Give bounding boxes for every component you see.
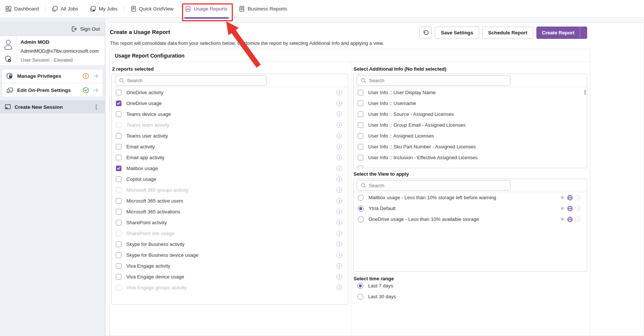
scrollbar-thumb[interactable] bbox=[584, 90, 586, 95]
arrow-right-icon[interactable] bbox=[93, 87, 99, 93]
report-row[interactable]: Email app activityi bbox=[112, 152, 348, 163]
checkbox[interactable] bbox=[116, 209, 121, 215]
radio-button[interactable] bbox=[358, 216, 364, 222]
session-options-kebab-icon[interactable]: ⋮ bbox=[92, 104, 100, 110]
star-icon[interactable]: ★ bbox=[560, 216, 565, 222]
info-icon[interactable]: i bbox=[336, 220, 342, 225]
report-row[interactable]: Copilot usagei bbox=[112, 174, 348, 185]
checkbox[interactable] bbox=[116, 101, 121, 106]
additional-info-search[interactable] bbox=[357, 75, 511, 86]
reports-search[interactable] bbox=[115, 75, 267, 86]
checkbox[interactable] bbox=[116, 187, 121, 193]
additional-info-row[interactable]: User Info :: Assigned Licenses bbox=[354, 130, 587, 141]
report-row[interactable]: Microsoft 365 activationsi bbox=[112, 206, 348, 217]
checkbox[interactable] bbox=[116, 220, 121, 225]
info-icon[interactable]: i bbox=[336, 144, 342, 149]
checkbox[interactable] bbox=[116, 285, 121, 290]
globe-icon[interactable] bbox=[567, 206, 573, 212]
checkbox[interactable] bbox=[358, 122, 363, 128]
report-row[interactable]: SharePoint activityi bbox=[112, 217, 348, 228]
create-report-split-segment[interactable] bbox=[580, 27, 587, 38]
info-icon[interactable]: i bbox=[336, 263, 342, 269]
info-icon[interactable]: i bbox=[336, 90, 342, 95]
report-row[interactable]: Viva Engage groups activityi bbox=[112, 282, 348, 293]
checkbox[interactable] bbox=[116, 166, 121, 171]
additional-info-row[interactable] bbox=[354, 163, 587, 168]
nav-tab-quick-gridview[interactable]: Quick GridView bbox=[130, 0, 174, 18]
report-row[interactable]: Teams user activityi bbox=[112, 130, 348, 141]
checkbox[interactable] bbox=[116, 122, 121, 128]
report-row[interactable]: Viva Engage activityi bbox=[112, 261, 348, 271]
report-row[interactable]: SharePoint site usagei bbox=[112, 228, 348, 239]
additional-info-row[interactable]: User Info :: Username bbox=[354, 98, 587, 109]
info-icon[interactable]: i bbox=[336, 198, 342, 204]
report-row[interactable]: Teams team activityi bbox=[112, 120, 348, 130]
checkbox[interactable] bbox=[358, 144, 363, 149]
save-settings-button[interactable]: Save Settings bbox=[435, 27, 479, 39]
report-row[interactable]: Viva Engage device usagei bbox=[112, 271, 348, 282]
checkbox[interactable] bbox=[116, 90, 121, 95]
additional-info-search-input[interactable] bbox=[369, 78, 506, 83]
time-range-option[interactable]: Last 30 days bbox=[353, 291, 587, 302]
nav-tab-business-reports[interactable]: Business Reports bbox=[239, 0, 287, 18]
nav-tab-all-jobs[interactable]: All Jobs bbox=[52, 0, 78, 18]
checkbox[interactable] bbox=[116, 144, 121, 149]
info-icon[interactable]: i bbox=[575, 216, 581, 222]
globe-icon[interactable] bbox=[567, 195, 573, 201]
report-row[interactable]: Microsoft 365 groups activityi bbox=[112, 185, 348, 195]
star-icon[interactable]: ★ bbox=[560, 195, 565, 200]
info-icon[interactable]: i bbox=[336, 176, 342, 182]
checkbox[interactable] bbox=[116, 263, 121, 269]
radio-button[interactable] bbox=[357, 294, 363, 300]
info-icon[interactable]: i bbox=[336, 187, 342, 193]
checkbox[interactable] bbox=[116, 241, 121, 247]
checkbox[interactable] bbox=[358, 155, 363, 160]
view-row[interactable]: Ytria Default★i bbox=[354, 203, 587, 214]
report-row[interactable]: Microsoft 365 active usersi bbox=[112, 195, 348, 206]
sign-out-button[interactable]: Sign Out bbox=[0, 22, 105, 36]
checkbox[interactable] bbox=[116, 252, 121, 258]
arrow-right-icon[interactable] bbox=[93, 73, 99, 79]
create-new-session-button[interactable]: Create New Session ⋮ bbox=[0, 101, 105, 113]
sidebar-action-manage-privileges[interactable]: Manage Privileges bbox=[2, 69, 103, 83]
reset-button[interactable] bbox=[419, 27, 432, 39]
additional-info-row[interactable]: User Info :: Inclusion - Effective Assig… bbox=[354, 152, 587, 163]
report-row[interactable]: OneDrive usagei bbox=[112, 98, 348, 109]
views-search[interactable] bbox=[357, 180, 511, 191]
info-icon[interactable]: i bbox=[336, 122, 342, 128]
info-icon[interactable]: i bbox=[336, 252, 342, 258]
report-row[interactable]: Mailbox usagei bbox=[112, 163, 348, 174]
radio-button[interactable] bbox=[358, 195, 364, 201]
info-icon[interactable]: i bbox=[336, 209, 342, 215]
additional-info-row[interactable]: User Info :: Sku Part Number - Assigned … bbox=[354, 141, 587, 152]
info-icon[interactable]: i bbox=[336, 133, 342, 139]
report-row[interactable]: Skype for Business device usagei bbox=[112, 250, 348, 261]
checkbox[interactable] bbox=[116, 155, 121, 160]
checkbox[interactable] bbox=[358, 90, 363, 95]
additional-info-row[interactable]: User Info :: Source - Assigned Licenses bbox=[354, 109, 587, 120]
view-row[interactable]: OneDrive usage - Less than 10% available… bbox=[354, 214, 587, 225]
additional-info-row[interactable]: User Info :: User Display Name bbox=[354, 87, 587, 98]
radio-button[interactable] bbox=[358, 206, 364, 212]
info-icon[interactable]: i bbox=[336, 111, 342, 117]
info-icon[interactable]: i bbox=[336, 155, 342, 160]
sidebar-action-edit-on-prem-settings[interactable]: Edit On-Prem Settings bbox=[2, 83, 103, 97]
globe-icon[interactable] bbox=[567, 216, 573, 222]
checkbox[interactable] bbox=[116, 274, 121, 280]
reports-search-input[interactable] bbox=[127, 78, 263, 83]
create-report-button[interactable]: Create Report bbox=[536, 27, 587, 39]
time-range-option[interactable]: Last 7 days bbox=[353, 280, 587, 291]
info-icon[interactable]: i bbox=[336, 274, 342, 280]
info-icon[interactable]: i bbox=[336, 101, 342, 106]
checkbox[interactable] bbox=[116, 231, 121, 236]
checkbox[interactable] bbox=[358, 101, 363, 106]
report-row[interactable]: OneDrive activityi bbox=[112, 87, 348, 98]
checkbox[interactable] bbox=[116, 111, 121, 117]
info-icon[interactable]: i bbox=[336, 231, 342, 236]
info-icon[interactable]: i bbox=[575, 206, 581, 211]
star-icon[interactable]: ★ bbox=[560, 206, 565, 211]
info-icon[interactable]: i bbox=[575, 195, 581, 200]
report-row[interactable]: Teams device usagei bbox=[112, 109, 348, 120]
checkbox[interactable] bbox=[358, 166, 363, 168]
radio-button[interactable] bbox=[357, 283, 363, 289]
